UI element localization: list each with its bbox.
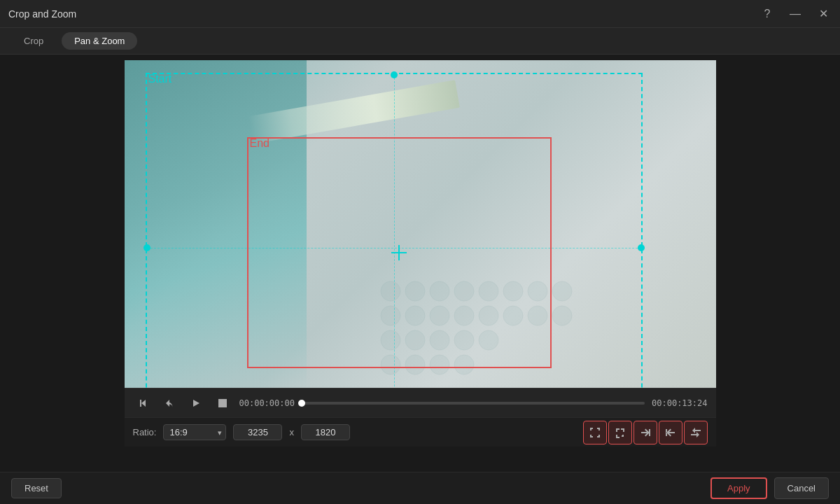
svg-point-23 (430, 355, 449, 374)
svg-point-4 (479, 281, 498, 301)
width-input[interactable] (233, 424, 282, 440)
svg-point-5 (503, 281, 523, 301)
height-input[interactable] (301, 424, 350, 440)
ratio-select-wrap: 16:94:31:19:16Custom (163, 424, 226, 440)
close-button[interactable]: ✕ (815, 6, 832, 22)
svg-point-8 (381, 306, 400, 326)
dimension-separator: x (289, 427, 294, 438)
svg-point-24 (454, 355, 474, 374)
svg-point-17 (405, 330, 425, 350)
push-left-icon-button[interactable] (659, 421, 682, 444)
title-bar: Crop and Zoom ? — ✕ (0, 0, 840, 28)
svg-point-1 (405, 281, 425, 301)
action-right: Apply Cancel (710, 477, 829, 499)
svg-point-0 (381, 281, 400, 301)
video-preview[interactable]: Start End (125, 60, 716, 388)
svg-point-20 (479, 330, 498, 350)
svg-point-7 (552, 281, 572, 301)
tab-pan-zoom[interactable]: Pan & Zoom (62, 32, 137, 50)
svg-point-9 (405, 306, 425, 326)
svg-point-3 (454, 281, 474, 301)
progress-dot (298, 400, 305, 407)
svg-point-11 (454, 306, 474, 326)
swap-icon-button[interactable] (684, 421, 708, 444)
svg-point-12 (479, 306, 498, 326)
expand-icon-button[interactable] (608, 421, 632, 444)
svg-point-15 (552, 306, 572, 326)
progress-bar[interactable] (302, 402, 645, 405)
title-bar-right: ? — ✕ (759, 6, 832, 22)
stop-button[interactable] (213, 393, 232, 413)
minimize-button[interactable]: — (787, 6, 804, 22)
main-window: Crop and Zoom ? — ✕ Crop Pan & Zoom (0, 0, 840, 504)
svg-point-6 (528, 281, 547, 301)
svg-point-2 (430, 281, 449, 301)
ratio-label: Ratio: (133, 427, 157, 438)
current-time: 00:00:00:00 (239, 398, 295, 408)
svg-point-22 (405, 355, 425, 374)
settings-row: Ratio: 16:94:31:19:16Custom x (125, 417, 716, 447)
apply-button[interactable]: Apply (710, 477, 767, 499)
svg-point-19 (454, 330, 474, 350)
svg-point-14 (528, 306, 547, 326)
playback-controls: 00:00:00:00 00:00:13:24 (125, 388, 716, 417)
svg-point-13 (503, 306, 523, 326)
svg-point-21 (381, 355, 400, 374)
content-area: Start End (0, 55, 840, 504)
tab-crop[interactable]: Crop (11, 32, 56, 50)
lab-glove-visual (125, 60, 307, 388)
action-row: Reset Apply Cancel (0, 472, 840, 504)
play-loop-button[interactable] (160, 393, 179, 413)
svg-point-18 (430, 330, 449, 350)
window-title: Crop and Zoom (8, 8, 76, 20)
step-back-button[interactable] (133, 393, 153, 413)
title-bar-left: Crop and Zoom (8, 8, 76, 20)
svg-point-16 (381, 330, 400, 350)
reset-button[interactable]: Reset (11, 478, 62, 498)
play-button[interactable] (186, 393, 206, 413)
grid-plate-visual (370, 249, 650, 388)
ratio-select[interactable]: 16:94:31:19:16Custom (163, 424, 226, 440)
push-right-icon-button[interactable] (634, 421, 657, 444)
help-button[interactable]: ? (759, 6, 776, 22)
svg-point-10 (430, 306, 449, 326)
icon-toolbar (583, 421, 708, 444)
fit-icon-button[interactable] (583, 421, 607, 444)
tab-bar: Crop Pan & Zoom (0, 28, 840, 55)
end-time: 00:00:13:24 (652, 398, 707, 408)
svg-rect-25 (218, 399, 227, 407)
cancel-button[interactable]: Cancel (774, 477, 829, 499)
